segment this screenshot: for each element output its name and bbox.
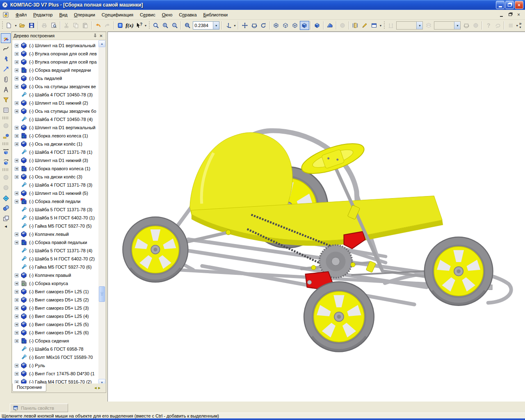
tree-item[interactable]: (-) Шайба 5 Н ГОСТ 6402-70 (2) (12, 255, 98, 263)
expand-toggle-icon[interactable] (15, 134, 18, 138)
front-left-wheel[interactable] (123, 217, 188, 282)
menu-item[interactable]: Спецификация (98, 11, 137, 18)
expand-toggle-icon[interactable] (15, 241, 18, 244)
orientation-button[interactable] (224, 21, 233, 30)
grid-dropdown[interactable]: ▼ (515, 21, 519, 30)
style-button[interactable] (360, 21, 370, 30)
mate-button[interactable] (1, 193, 11, 203)
expand-toggle-icon[interactable] (15, 68, 18, 72)
tree-item[interactable]: (-) Сборка сидения (12, 337, 98, 345)
zoom-rect-button[interactable] (183, 21, 192, 30)
front-right-wheel[interactable] (425, 237, 493, 306)
tree-item[interactable]: (-) Ось на диски колёс (1) (12, 140, 98, 148)
tree-item[interactable]: (-) Шайба 4 ГОСТ 11371-78 (1) (12, 148, 98, 156)
tree-item[interactable]: (-) Гайка М5 ГОСТ 5927-70 (5) (12, 222, 98, 230)
expand-toggle-icon[interactable] (15, 60, 18, 64)
tree-item[interactable]: (-) Колпачек левый (12, 230, 98, 238)
close-panel-button[interactable]: ✕ (98, 33, 104, 39)
rotate-button[interactable] (259, 21, 268, 30)
tree-item[interactable]: (-) Ось на диски колёс (3) (12, 173, 98, 181)
assembly-edit-button[interactable] (1, 33, 11, 43)
mdi-close-button[interactable]: × (516, 12, 522, 18)
menu-item[interactable]: Сервис (137, 11, 159, 18)
tree-item[interactable]: (-) Сборка правого колеса (1) (12, 164, 98, 173)
expand-toggle-icon[interactable] (15, 126, 18, 130)
tree-vertical-scrollbar[interactable]: ▲ ▼ (98, 40, 105, 386)
undo-button[interactable] (94, 21, 103, 30)
hidden-thin-button[interactable] (290, 21, 300, 30)
expand-toggle-icon[interactable] (15, 167, 18, 171)
context-help-button[interactable] (134, 21, 144, 30)
save-button[interactable] (27, 21, 37, 30)
filter-button[interactable] (1, 95, 11, 105)
minimize-button[interactable] (496, 1, 504, 9)
back-arrow-icon[interactable]: ◄ (4, 224, 8, 228)
tree-item[interactable]: (-) Ось на ступицы звездочек бо (12, 107, 98, 115)
pan-button[interactable] (240, 21, 249, 30)
panel-grip[interactable] (2, 168, 9, 171)
restore-button[interactable] (505, 1, 514, 9)
expand-toggle-icon[interactable] (15, 142, 18, 146)
collision-button[interactable] (1, 203, 11, 213)
menu-item[interactable]: Окно (159, 11, 176, 18)
zoom-scale-combo[interactable]: ▼ (193, 21, 219, 30)
expand-toggle-icon[interactable] (15, 44, 18, 48)
menu-item[interactable]: Редактор (30, 11, 56, 18)
tree-item[interactable]: (-) Шайба 4 ГОСТ 10450-78 (4) (12, 115, 98, 123)
new-document-dropdown[interactable]: ▼ (14, 21, 18, 30)
tab-scroll-arrows[interactable]: ◂▸ (94, 383, 105, 390)
zoom-in-button[interactable] (160, 21, 170, 30)
expand-toggle-icon[interactable] (15, 339, 18, 343)
expand-toggle-icon[interactable] (15, 101, 18, 105)
new-document-button[interactable] (5, 21, 14, 30)
orientation-dropdown[interactable]: ▼ (233, 21, 237, 30)
tree-item[interactable]: (-) Шайба 5 ГОСТ 11371-78 (4) (12, 247, 98, 255)
tree-item[interactable]: (-) Шплинт на D1 вертикальный (12, 41, 98, 50)
expand-toggle-icon[interactable] (15, 364, 18, 368)
menu-item[interactable]: Справка (176, 11, 200, 18)
expand-toggle-icon[interactable] (15, 323, 18, 326)
tree-item[interactable]: (-) Винт саморез D5+ L25 (3) (12, 304, 98, 312)
table-button[interactable] (1, 105, 11, 115)
property-bar-tab[interactable]: Панель свойств (10, 404, 68, 412)
rotate-in-frame-button[interactable] (249, 21, 259, 30)
print-preview-button[interactable] (49, 21, 59, 30)
tree-item[interactable]: (-) Сборка правой педальки (12, 238, 98, 247)
expand-toggle-icon[interactable] (15, 274, 18, 277)
tree-item[interactable]: (-) Шплинт на D1 нижний (5) (12, 189, 98, 197)
window-layout-dropdown[interactable]: ▼ (379, 21, 382, 30)
fx-button[interactable]: f(x) (125, 21, 134, 30)
measure-compass-button[interactable] (1, 84, 11, 94)
toolbar-grip[interactable] (148, 21, 150, 30)
tree-item[interactable]: (-) Винт Гост 17475-80 D4*30 (1 (12, 370, 98, 378)
tree-item[interactable]: (-) Шплинт на D1 нижний (2) (12, 99, 98, 107)
tree-item[interactable]: (-) Втулка опорная для осей пра (12, 58, 98, 66)
expand-toggle-icon[interactable] (15, 52, 18, 56)
windows-layout-button[interactable] (1, 213, 11, 223)
tree-item[interactable]: (-) Шайба 6 ГОСТ 6958-78 (12, 345, 98, 353)
measure-button[interactable] (351, 21, 360, 30)
steering-wheel[interactable] (298, 137, 368, 180)
tree-item[interactable]: (-) Сборка левого колеса (1) (12, 132, 98, 140)
tab-construction[interactable]: Построение (12, 383, 46, 392)
expand-toggle-icon[interactable] (15, 331, 18, 335)
wireframe-button[interactable] (272, 21, 281, 30)
toolbar-overflow-button[interactable]: »▼ (519, 22, 524, 29)
expand-toggle-icon[interactable] (15, 77, 18, 80)
expand-toggle-icon[interactable] (15, 175, 18, 179)
pin-panel-button[interactable] (92, 33, 98, 39)
wireframe-no-hidden-button[interactable] (281, 21, 290, 30)
menu-item[interactable]: Операции (71, 11, 98, 18)
expand-toggle-icon[interactable] (15, 85, 18, 89)
3d-viewport[interactable] (107, 32, 525, 402)
tree-item[interactable]: (-) Сборка левой педали (12, 197, 98, 205)
zoom-out-button[interactable] (170, 21, 179, 30)
panel-grip[interactable] (2, 142, 9, 145)
tree-item[interactable]: (-) Втулка опорная для осей лев (12, 50, 98, 58)
menu-item[interactable]: Библиотеки (200, 11, 231, 18)
expand-toggle-icon[interactable] (15, 159, 18, 162)
pin-button[interactable] (1, 54, 11, 64)
expand-toggle-icon[interactable] (15, 110, 18, 113)
close-button[interactable]: × (515, 1, 523, 9)
zoom-scale-input[interactable] (193, 22, 213, 29)
